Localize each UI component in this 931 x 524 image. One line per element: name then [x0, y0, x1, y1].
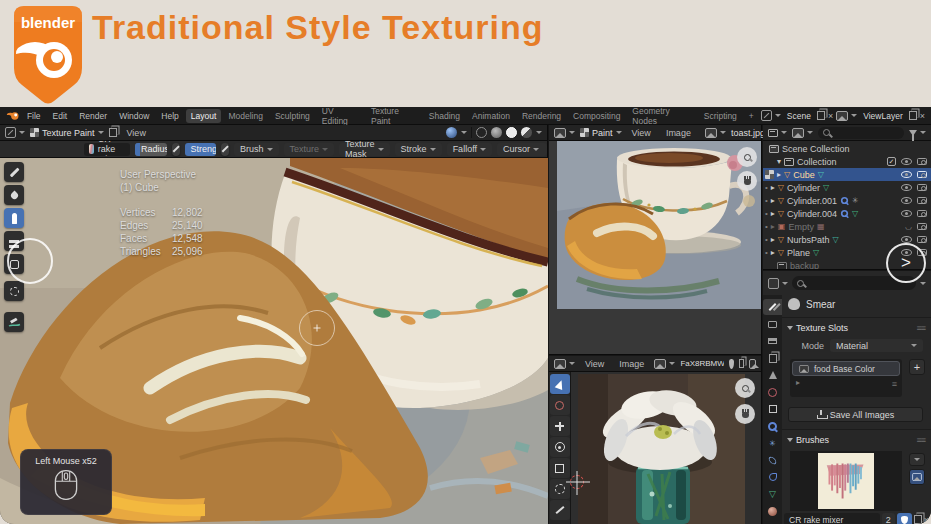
tab-object[interactable]: [763, 401, 782, 417]
zoom-gizmo-button[interactable]: [735, 378, 755, 398]
workspace-tab-rendering[interactable]: Rendering: [517, 109, 566, 123]
blender-app-icon[interactable]: [6, 110, 20, 121]
flower-filename[interactable]: FaX8RBMWIAE9tYs.jff: [680, 359, 723, 368]
scene-new-icon[interactable]: [817, 111, 825, 120]
tool-draw[interactable]: [4, 162, 24, 182]
editor-type-dropdown[interactable]: [554, 128, 575, 138]
strength-slider[interactable]: Strength1.000: [185, 143, 217, 156]
tab-view-layer[interactable]: [763, 350, 782, 366]
editor-type-dropdown[interactable]: [768, 278, 788, 289]
eye-icon[interactable]: [901, 210, 912, 217]
eye-icon[interactable]: [901, 158, 912, 165]
camera-icon[interactable]: [917, 210, 927, 217]
pan-gizmo-button[interactable]: [737, 171, 757, 191]
camera-icon[interactable]: [917, 171, 927, 178]
row-object-cylinder-001[interactable]: •▸ ▽ Cylinder.001 ✳: [763, 194, 931, 207]
image-menu[interactable]: Image: [614, 357, 649, 371]
tab-tool[interactable]: [763, 299, 782, 315]
falloff-sphere-icon[interactable]: [446, 127, 457, 138]
unlink-brush-icon[interactable]: ×: [924, 515, 929, 524]
tab-material[interactable]: [763, 503, 782, 519]
tool-scale[interactable]: [550, 458, 570, 478]
row-object-cylinder[interactable]: •▸ ▽ Cylinder ▽: [763, 181, 931, 194]
shading-material-toggle[interactable]: [506, 127, 517, 138]
pan-gizmo-button[interactable]: [735, 404, 755, 424]
scene-name[interactable]: Scene: [784, 111, 814, 121]
viewlayer-new-icon[interactable]: [909, 111, 917, 120]
viewlayer-dropdown-caret[interactable]: [851, 114, 857, 117]
workspace-tab-layout[interactable]: Layout: [186, 109, 222, 123]
fake-user-shield-icon[interactable]: [729, 359, 734, 369]
menu-window[interactable]: Window: [114, 109, 154, 123]
eye-closed-icon[interactable]: ◡: [905, 223, 912, 231]
outliner-filter-dropdown[interactable]: [792, 128, 813, 138]
disclosure-triangle[interactable]: ▾: [777, 158, 781, 166]
brush-popover[interactable]: Brush: [234, 143, 279, 156]
tool-select-box[interactable]: [550, 374, 570, 394]
camera-icon[interactable]: [917, 184, 927, 191]
editor-type-dropdown[interactable]: [5, 127, 25, 138]
scene-dropdown-caret[interactable]: [775, 114, 781, 117]
viewport-overlay-icon[interactable]: [109, 128, 117, 137]
camera-icon[interactable]: [917, 223, 927, 230]
workspace-tab-animation[interactable]: Animation: [467, 109, 515, 123]
tool-smear[interactable]: [4, 208, 24, 228]
row-scene-collection[interactable]: Scene Collection: [763, 142, 931, 155]
panel-grip[interactable]: ≡≡: [916, 435, 925, 445]
duplicate-brush-icon[interactable]: [914, 515, 922, 524]
texture-mask-popover[interactable]: Texture Mask: [339, 143, 390, 156]
row-object-empty[interactable]: •▸ ▣ Empty ▦ ◡: [763, 220, 931, 233]
falloff-popover[interactable]: Falloff: [447, 143, 492, 156]
viewport-canvas[interactable]: User Perspective (1) Cube Vertices12,802…: [0, 158, 548, 524]
add-slot-button[interactable]: +: [909, 359, 925, 375]
collection-checkbox[interactable]: ✓: [887, 157, 896, 166]
disclosure-triangle[interactable]: ▸: [777, 171, 781, 179]
slot-list-grip[interactable]: ≡: [892, 379, 896, 389]
tab-output[interactable]: [763, 333, 782, 349]
viewport-view-menu[interactable]: View: [122, 126, 151, 140]
row-object-cylinder-004[interactable]: •▸ ▽ Cylinder.004 ▽: [763, 207, 931, 220]
tool-annotate[interactable]: [550, 500, 570, 520]
texture-slots-panel-header[interactable]: Texture Slots ≡≡: [788, 323, 925, 333]
image-menu[interactable]: Image: [661, 126, 696, 140]
tool-annotate[interactable]: [4, 312, 24, 332]
tab-world[interactable]: [763, 384, 782, 400]
tab-scene[interactable]: [763, 367, 782, 383]
workspace-tab-shading[interactable]: Shading: [424, 109, 465, 123]
new-image-icon[interactable]: [749, 359, 756, 369]
scene-unlink-icon[interactable]: ×: [828, 111, 833, 121]
shading-dropdown-caret[interactable]: [536, 131, 542, 134]
camera-icon[interactable]: [917, 236, 927, 243]
tool-mask[interactable]: [4, 281, 24, 301]
workspace-tab-sculpting[interactable]: Sculpting: [270, 109, 315, 123]
texture-popover[interactable]: Texture: [284, 143, 335, 156]
reference-canvas[interactable]: [549, 141, 761, 354]
strength-pressure-toggle[interactable]: [221, 143, 229, 156]
brush-preview-well[interactable]: [790, 451, 902, 511]
brush-users-count[interactable]: 2: [882, 513, 895, 524]
eye-icon[interactable]: [901, 184, 912, 191]
brush-preview-collapse[interactable]: [909, 453, 925, 466]
brush-name-field[interactable]: CR rake mixer: [784, 513, 880, 524]
camera-icon[interactable]: [917, 158, 927, 165]
active-brush-selector[interactable]: CR rake mixer: [84, 143, 130, 156]
menu-file[interactable]: File: [22, 109, 46, 123]
view-menu[interactable]: View: [580, 357, 609, 371]
tab-modifiers[interactable]: [763, 418, 782, 434]
zoom-gizmo-button[interactable]: [737, 147, 757, 167]
eye-icon[interactable]: [901, 236, 912, 243]
stroke-popover[interactable]: Stroke: [395, 143, 442, 156]
cursor-popover[interactable]: Cursor: [497, 143, 547, 156]
reference-filename[interactable]: toast.jpg: [731, 128, 765, 138]
texture-slot-item[interactable]: food Base Color: [792, 361, 900, 376]
outliner-display-dropdown[interactable]: [768, 129, 787, 137]
mode-dropdown[interactable]: Texture Paint: [30, 128, 104, 138]
eye-icon[interactable]: [901, 197, 912, 204]
properties-options-caret[interactable]: [920, 282, 926, 285]
editor-type-dropdown[interactable]: [554, 359, 575, 369]
viewlayer-unlink-icon[interactable]: ×: [920, 111, 925, 121]
brush-icon-button[interactable]: [909, 469, 925, 485]
menu-help[interactable]: Help: [156, 109, 183, 123]
flower-canvas[interactable]: [549, 372, 761, 524]
image-datablock-dropdown[interactable]: [654, 359, 675, 369]
